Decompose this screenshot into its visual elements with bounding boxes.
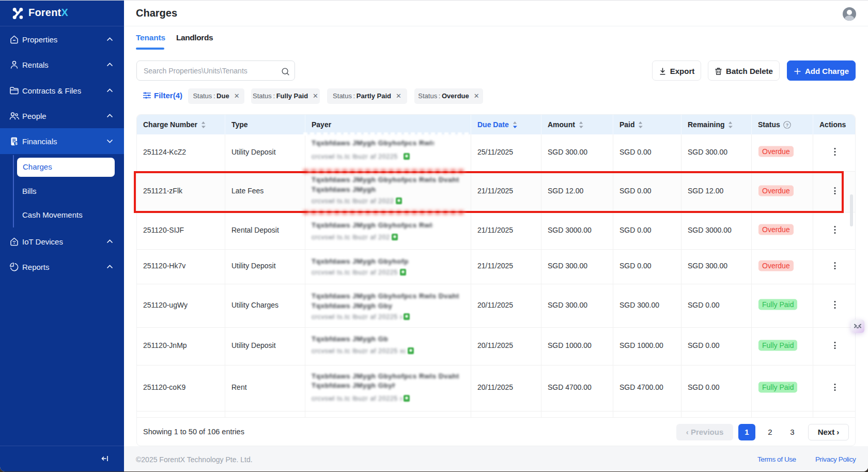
- svg-text:?: ?: [785, 123, 788, 128]
